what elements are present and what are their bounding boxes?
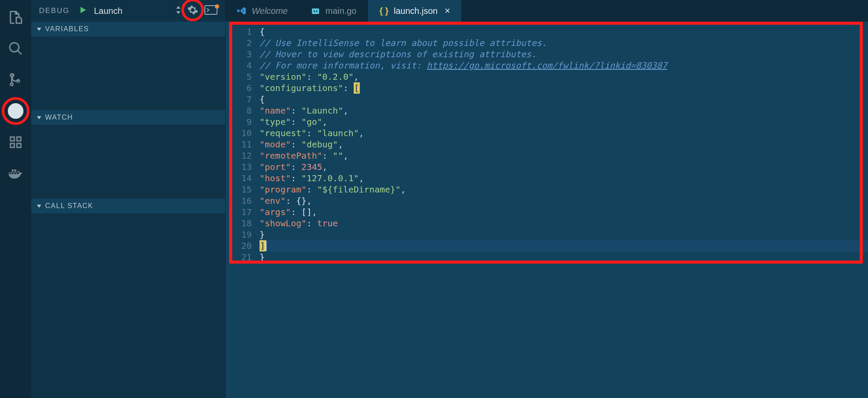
tab-launch-json[interactable]: { } launch.json ×	[368, 0, 462, 22]
close-tab-icon[interactable]: ×	[444, 5, 450, 16]
debug-icon[interactable]	[6, 101, 25, 121]
variables-label: VARIABLES	[45, 25, 89, 33]
debug-config-selector[interactable]: Launch	[78, 5, 176, 17]
search-icon[interactable]	[6, 39, 25, 58]
activity-bar	[0, 0, 31, 398]
callstack-section-header[interactable]: CALL STACK	[31, 199, 225, 213]
docker-icon[interactable]	[6, 164, 25, 183]
debug-header: DEBUG Launch	[31, 0, 225, 22]
editor-area: Welcome main.go { } launch.json × 123456…	[226, 0, 868, 398]
start-debug-icon[interactable]	[78, 5, 88, 17]
debug-config-name: Launch	[94, 6, 122, 16]
tab-main-go[interactable]: main.go	[299, 0, 368, 22]
svg-rect-3	[312, 9, 319, 14]
notification-dot	[215, 4, 219, 9]
watch-body	[31, 125, 225, 199]
go-file-icon	[311, 6, 320, 16]
vscode-icon	[237, 6, 247, 16]
debug-side-panel: DEBUG Launch VARIABLES WATCH	[31, 0, 226, 398]
code-content[interactable]: { // Use IntelliSense to learn about pos…	[260, 22, 868, 398]
variables-body	[31, 36, 225, 110]
line-gutter: 123456789101112131415161718192021	[226, 22, 260, 398]
tab-label: launch.json	[394, 6, 437, 16]
watch-label: WATCH	[45, 114, 73, 121]
debug-title: DEBUG	[39, 7, 69, 15]
watch-section-header[interactable]: WATCH	[31, 110, 225, 125]
svg-point-4	[313, 10, 315, 12]
variables-section-header[interactable]: VARIABLES	[31, 22, 225, 36]
code-editor[interactable]: 123456789101112131415161718192021 { // U…	[226, 22, 868, 398]
debug-console-icon[interactable]	[204, 5, 217, 17]
explorer-icon[interactable]	[6, 8, 25, 27]
tab-label: main.go	[326, 6, 356, 16]
tab-welcome[interactable]: Welcome	[226, 0, 299, 22]
editor-tabs: Welcome main.go { } launch.json ×	[226, 0, 868, 22]
tab-label: Welcome	[252, 6, 288, 16]
extensions-icon[interactable]	[6, 133, 25, 152]
callstack-body	[31, 213, 225, 398]
debug-settings-gear-icon[interactable]	[187, 4, 198, 18]
svg-point-5	[316, 10, 318, 12]
json-file-icon: { }	[379, 6, 388, 16]
config-updown-icon[interactable]	[176, 6, 181, 16]
source-control-icon[interactable]	[6, 70, 25, 89]
callstack-label: CALL STACK	[45, 202, 93, 210]
